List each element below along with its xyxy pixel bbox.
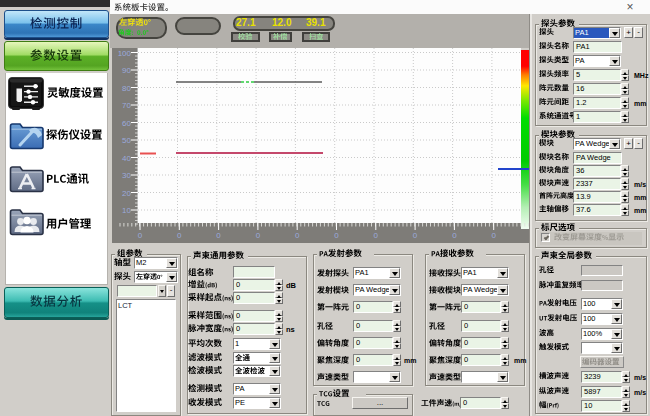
svg-text:80: 80 <box>122 84 131 93</box>
svg-text:0: 0 <box>177 231 182 240</box>
svg-text:30: 30 <box>122 171 131 180</box>
svg-text:0: 0 <box>138 231 143 240</box>
svg-text:0: 0 <box>413 231 418 240</box>
svg-text:0: 0 <box>256 231 261 240</box>
svg-text:20: 20 <box>122 189 131 198</box>
svg-text:40: 40 <box>122 154 131 163</box>
svg-text:0: 0 <box>334 231 339 240</box>
svg-text:60: 60 <box>122 119 131 128</box>
svg-text:10: 10 <box>122 206 131 215</box>
svg-text:100: 100 <box>118 49 132 58</box>
svg-text:0: 0 <box>491 231 496 240</box>
svg-text:0: 0 <box>216 231 221 240</box>
svg-text:90: 90 <box>122 66 131 75</box>
svg-text:0: 0 <box>374 231 379 240</box>
svg-text:50: 50 <box>122 136 131 145</box>
svg-text:0: 0 <box>295 231 300 240</box>
svg-text:70: 70 <box>122 101 131 110</box>
svg-text:0: 0 <box>452 231 457 240</box>
